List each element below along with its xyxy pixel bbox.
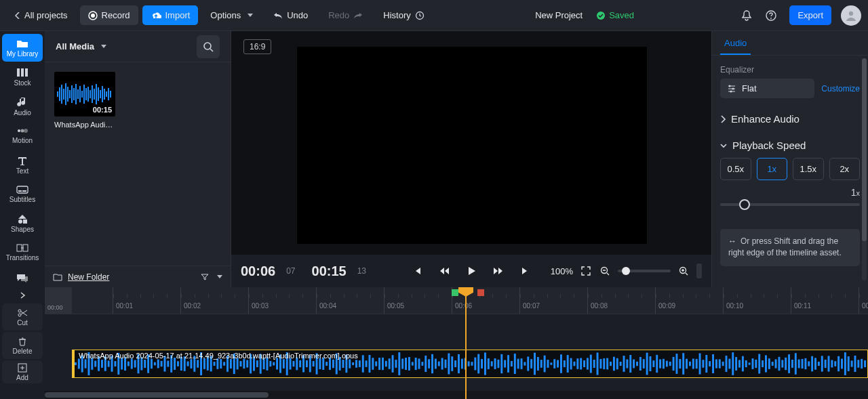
trim-out-marker[interactable]: [477, 289, 484, 296]
options-menu[interactable]: Options: [202, 5, 261, 25]
redo-button[interactable]: Redo: [320, 5, 371, 25]
aspect-ratio-badge[interactable]: 16:9: [243, 39, 271, 54]
tool-add[interactable]: Add: [2, 360, 43, 383]
svg-rect-159: [412, 362, 414, 365]
timeline-tracks[interactable]: WhatsApp Audio 2024-05-17 at 21.14.49_92…: [45, 314, 868, 387]
media-filter-dropdown[interactable]: All Media: [56, 41, 106, 51]
svg-rect-220: [613, 357, 615, 371]
speed-slider-knob[interactable]: [739, 199, 750, 210]
speed-1.5x[interactable]: 1.5x: [793, 158, 824, 180]
chevron-down-icon[interactable]: [217, 275, 222, 278]
sidebar-item-more[interactable]: [2, 268, 43, 287]
import-button[interactable]: Import: [142, 5, 199, 25]
timeline-collapse[interactable]: [2, 289, 43, 302]
skip-end-button[interactable]: [519, 265, 532, 277]
search-icon: [203, 41, 214, 52]
sidebar-item-stock[interactable]: Stock: [2, 63, 43, 91]
svg-rect-215: [597, 352, 599, 375]
play-button[interactable]: [465, 265, 477, 277]
panel-divider[interactable]: [696, 264, 702, 278]
history-icon: [415, 11, 425, 20]
new-folder-button[interactable]: New Folder: [68, 272, 109, 282]
search-button[interactable]: [197, 35, 220, 58]
help-button[interactable]: [761, 5, 781, 26]
svg-rect-264: [758, 354, 760, 374]
tab-audio[interactable]: Audio: [720, 33, 751, 55]
svg-rect-224: [626, 359, 628, 368]
speed-2x[interactable]: 2x: [829, 158, 861, 180]
playback-speed-label: Playback Speed: [732, 140, 806, 151]
undo-button[interactable]: Undo: [265, 5, 316, 25]
tool-label: Cut: [17, 319, 28, 327]
skip-start-button[interactable]: [411, 265, 423, 277]
svg-rect-283: [821, 356, 823, 371]
tool-delete[interactable]: Delete: [2, 332, 43, 359]
svg-rect-193: [524, 362, 526, 365]
svg-rect-252: [719, 359, 721, 368]
speed-1x[interactable]: 1x: [757, 158, 788, 180]
equalizer-preset-select[interactable]: Flat: [720, 79, 814, 98]
svg-rect-29: [71, 85, 73, 103]
notifications-button[interactable]: [736, 5, 757, 26]
user-icon: [845, 9, 857, 22]
svg-rect-19: [17, 245, 22, 251]
sidebar-item-text[interactable]: Text: [2, 151, 43, 179]
audio-clip[interactable]: WhatsApp Audio 2024-05-17 at 21.14.49_92…: [72, 350, 868, 378]
forward-button[interactable]: [492, 265, 505, 277]
enhance-audio-section[interactable]: Enhance Audio: [720, 113, 860, 125]
svg-rect-167: [438, 362, 440, 366]
zoom-slider[interactable]: [618, 270, 671, 272]
rewind-button[interactable]: [438, 265, 450, 277]
svg-rect-26: [65, 83, 66, 105]
zoom-in-button[interactable]: [677, 265, 690, 277]
sidebar-item-label: My Library: [7, 50, 39, 58]
sidebar-item-shapes[interactable]: Shapes: [2, 209, 43, 237]
sidebar-item-transitions[interactable]: Transitions: [2, 239, 43, 267]
svg-rect-162: [421, 362, 423, 366]
sidebar-item-label: Text: [16, 167, 28, 175]
tool-cut[interactable]: Cut: [2, 303, 43, 331]
sidebar-item-audio[interactable]: Audio: [2, 92, 43, 120]
timeline[interactable]: 00:00 00:0100:0200:0300:0400:0500:0600:0…: [45, 287, 868, 399]
sidebar-item-my-library[interactable]: My Library: [2, 34, 43, 62]
trim-in-marker[interactable]: [452, 289, 458, 296]
speed-slider[interactable]: [720, 203, 860, 206]
motion-icon: [16, 127, 28, 135]
timeline-scrollbar-thumb[interactable]: [45, 392, 269, 398]
svg-point-5: [771, 18, 772, 19]
filter-icon[interactable]: [201, 274, 209, 280]
svg-rect-38: [90, 90, 91, 98]
customize-link[interactable]: Customize: [821, 84, 860, 93]
equalizer-heading: Equalizer: [720, 65, 860, 75]
playhead[interactable]: [465, 287, 467, 399]
svg-rect-107: [240, 361, 242, 366]
svg-rect-262: [752, 358, 754, 369]
history-button[interactable]: History: [375, 5, 432, 25]
chevron-left-icon: [15, 12, 20, 19]
svg-rect-80: [151, 359, 153, 369]
svg-rect-240: [679, 359, 681, 369]
export-button[interactable]: Export: [789, 5, 831, 25]
playback-speed-section[interactable]: Playback Speed: [720, 140, 860, 151]
timeline-scrollbar[interactable]: [45, 391, 868, 399]
zoom-out-button[interactable]: [599, 265, 611, 277]
svg-rect-173: [458, 354, 460, 373]
svg-rect-281: [814, 358, 816, 369]
svg-rect-135: [332, 360, 334, 368]
svg-rect-284: [825, 360, 827, 368]
panel-scrollbar[interactable]: [862, 58, 867, 280]
svg-rect-246: [699, 353, 701, 374]
account-avatar[interactable]: [841, 5, 861, 26]
sidebar-item-subtitles[interactable]: Subtitles: [2, 180, 43, 208]
record-button[interactable]: Record: [80, 5, 138, 25]
scrollbar-thumb[interactable]: [862, 58, 867, 241]
zoom-slider-knob[interactable]: [622, 267, 630, 275]
media-thumbnail[interactable]: 00:15 WhatsApp Audio 2...: [54, 72, 115, 129]
speed-0.5x[interactable]: 0.5x: [720, 158, 751, 180]
all-projects-link[interactable]: All projects: [7, 5, 76, 25]
sidebar-item-motion[interactable]: Motion: [2, 122, 43, 150]
fullscreen-button[interactable]: [580, 265, 592, 277]
preview-canvas[interactable]: [297, 47, 647, 244]
svg-point-17: [18, 219, 22, 224]
svg-rect-202: [553, 359, 555, 369]
